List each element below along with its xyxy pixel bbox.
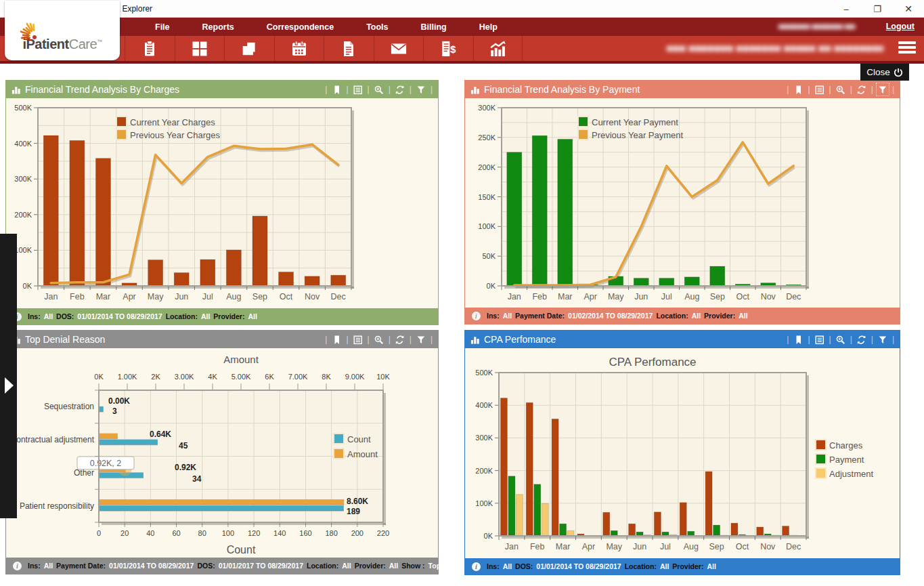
menu-item-file[interactable]: File <box>139 22 186 32</box>
svg-text:80: 80 <box>198 529 206 537</box>
filter-label: Ins: <box>28 562 41 570</box>
toolbar-document-icon[interactable] <box>324 36 374 61</box>
filter-value: All <box>44 312 53 320</box>
svg-text:Nov: Nov <box>761 292 776 301</box>
zoom-icon[interactable] <box>835 334 846 345</box>
svg-text:160: 160 <box>299 529 311 537</box>
svg-text:400K: 400K <box>14 140 32 148</box>
svg-text:200K: 200K <box>475 467 493 475</box>
svg-text:0K: 0K <box>94 373 104 381</box>
bookmark-icon[interactable] <box>793 334 804 345</box>
svg-text:Feb: Feb <box>532 292 547 301</box>
toolbar-modules-icon[interactable] <box>175 36 225 61</box>
toolbar-calendar-icon[interactable] <box>274 36 324 61</box>
filter-icon[interactable] <box>416 334 426 345</box>
list-icon[interactable] <box>814 334 825 345</box>
toolbar-folder-icon[interactable] <box>224 36 274 61</box>
svg-text:Sep: Sep <box>709 542 724 551</box>
filter-value: All <box>660 562 669 570</box>
separator: | <box>871 85 873 94</box>
chart-financial-trend-charges[interactable]: 0K100K200K300K400K500KJanFebMarAprMayJun… <box>6 98 438 308</box>
logout-link[interactable]: Logout <box>886 22 915 31</box>
hamburger-menu-icon[interactable] <box>898 41 916 55</box>
separator: | <box>325 335 327 344</box>
menu-item-billing[interactable]: Billing <box>405 22 463 32</box>
filter-label: Payment Date: <box>56 562 106 570</box>
filter-value: All <box>342 562 351 570</box>
refresh-icon[interactable] <box>395 334 405 345</box>
menu-item-tools[interactable]: Tools <box>350 22 404 32</box>
menu-item-reports[interactable]: Reports <box>186 22 250 32</box>
panel-financial-trend-charges: Financial Trend Analysis By Charges ||||… <box>5 80 439 325</box>
filter-icon[interactable] <box>877 334 888 345</box>
zoom-icon[interactable] <box>374 84 384 95</box>
filter-icon[interactable] <box>877 84 888 95</box>
collapsed-sidebar-strip[interactable] <box>0 234 17 518</box>
filter-label: Ins: <box>487 562 500 570</box>
list-icon[interactable] <box>814 84 825 95</box>
svg-text:Apr: Apr <box>582 542 595 551</box>
bookmark-icon[interactable] <box>331 84 342 95</box>
minimize-button[interactable]: – <box>831 0 862 18</box>
svg-text:Nov: Nov <box>760 542 776 551</box>
filter-value: 01/02/2014 TO 08/29/2017 <box>568 312 653 320</box>
panel-header: Top Denial Reason |||||| <box>6 331 438 348</box>
svg-text:Jun: Jun <box>634 292 648 301</box>
svg-text:Jan: Jan <box>508 292 521 301</box>
svg-text:Dec: Dec <box>786 292 801 301</box>
maximize-button[interactable]: ❐ <box>862 0 893 18</box>
svg-text:100K: 100K <box>475 499 493 507</box>
info-icon: i <box>472 312 481 320</box>
svg-text:Oct: Oct <box>280 292 293 301</box>
svg-text:Amount: Amount <box>223 354 259 365</box>
toolbar-mail-icon[interactable] <box>374 36 424 61</box>
toolbar-notes-icon[interactable] <box>125 36 175 61</box>
filter-value: 01/01/2014 TO 08/29/2017 <box>109 562 194 570</box>
dashboard-area: Financial Trend Analysis By Charges ||||… <box>0 64 924 586</box>
refresh-icon[interactable] <box>856 84 867 95</box>
svg-text:0.92K: 0.92K <box>175 463 196 472</box>
separator: | <box>850 85 852 94</box>
panel-footer: iIns:AllPayment Date:01/01/2014 TO 08/29… <box>6 558 438 574</box>
filter-label: Location: <box>166 312 198 320</box>
filter-value: All <box>201 312 210 320</box>
close-window-button[interactable]: ✕ <box>893 0 924 18</box>
separator: | <box>431 85 433 94</box>
bookmark-icon[interactable] <box>793 84 804 95</box>
chart-top-denial-reason[interactable]: Amount0K1.00K2K3.00K4K5.00K6K7.00K8K9.00… <box>6 348 438 558</box>
svg-text:300K: 300K <box>478 104 496 112</box>
svg-text:140: 140 <box>273 529 286 537</box>
svg-text:300K: 300K <box>14 175 32 183</box>
list-icon[interactable] <box>353 334 364 345</box>
refresh-icon[interactable] <box>856 334 867 345</box>
filter-value: 01/01/2014 TO 08/29/2017 <box>536 562 621 570</box>
separator: | <box>346 335 348 344</box>
panel-title: Financial Trend Analysis By Payment <box>484 84 787 95</box>
logo-sunburst-icon <box>14 13 41 40</box>
close-dashboard-button[interactable]: Close <box>860 64 909 81</box>
zoom-icon[interactable] <box>835 84 846 95</box>
menu-item-help[interactable]: Help <box>463 22 514 32</box>
separator: | <box>829 335 831 344</box>
toolbar-analytics-icon[interactable] <box>473 36 523 61</box>
menu-item-correspondence[interactable]: Correspondence <box>250 22 350 32</box>
filter-icon[interactable] <box>416 84 426 95</box>
list-icon[interactable] <box>353 84 364 95</box>
svg-text:Adjustment: Adjustment <box>829 469 873 479</box>
bookmark-icon[interactable] <box>331 334 342 345</box>
separator: | <box>787 85 789 94</box>
filter-value: All <box>248 312 257 320</box>
separator: | <box>325 85 327 94</box>
refresh-icon[interactable] <box>395 84 405 95</box>
toolbar-billing-icon[interactable]: $ <box>423 36 473 61</box>
separator: | <box>787 335 789 344</box>
svg-text:250K: 250K <box>478 133 496 142</box>
chart-financial-trend-payment[interactable]: 0K50K100K150K200K250K300KJanFebMarAprMay… <box>465 98 900 308</box>
svg-text:34: 34 <box>192 474 202 484</box>
svg-text:189: 189 <box>347 507 360 516</box>
separator: | <box>850 335 852 344</box>
separator: | <box>871 335 873 344</box>
zoom-icon[interactable] <box>374 334 384 345</box>
separator: | <box>410 335 412 344</box>
chart-cpa-performance[interactable]: 0K100K200K300K400K500KJanFebMarAprMayJun… <box>465 348 900 558</box>
